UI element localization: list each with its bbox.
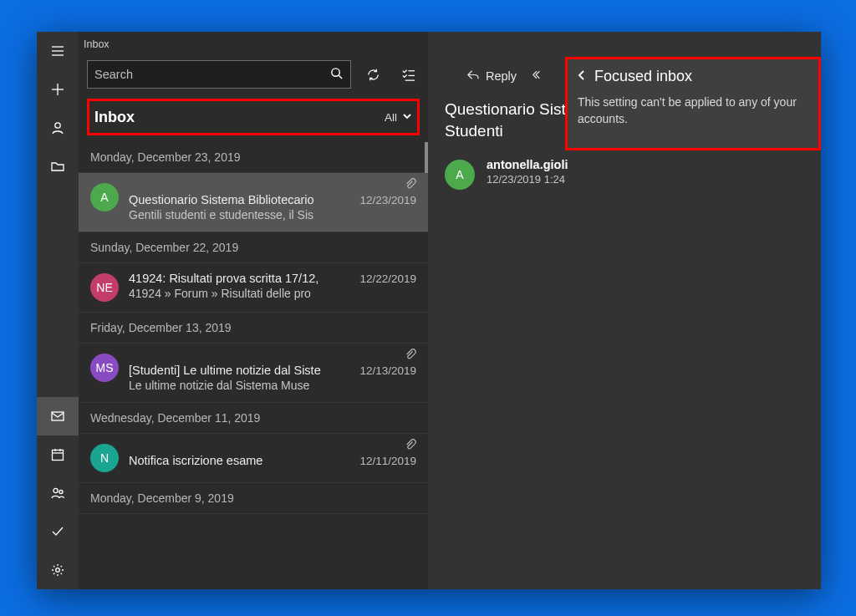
focused-inbox-message: This setting can't be applied to any of … (576, 94, 807, 128)
svg-point-16 (59, 491, 63, 494)
avatar: MS (90, 354, 119, 382)
message-date: 12/11/2019 (353, 455, 416, 467)
accounts-button[interactable] (37, 109, 79, 147)
svg-point-9 (55, 123, 60, 128)
avatar: NE (90, 273, 119, 302)
sync-button[interactable] (359, 61, 386, 88)
sender-avatar: A (445, 160, 475, 190)
settings-button[interactable] (37, 551, 79, 589)
avatar: N (90, 444, 119, 472)
reply-label: Reply (486, 69, 517, 83)
reply-icon (466, 69, 481, 84)
message-subject: 41924: Risultati prova scritta 17/12, (129, 272, 353, 285)
focused-inbox-header: Focused inbox (576, 68, 807, 85)
svg-point-15 (54, 488, 58, 492)
search-row: Search (79, 57, 428, 95)
avatar: A (90, 183, 119, 211)
back-button[interactable] (576, 68, 588, 85)
message-subject: Questionario Sistema Bibliotecario (129, 193, 353, 206)
svg-rect-10 (52, 412, 64, 420)
sidebar (37, 32, 79, 589)
inbox-header-label: Inbox (94, 109, 385, 126)
date-header: Wednesday, December 11, 2019 (79, 403, 428, 434)
folders-button[interactable] (37, 147, 79, 186)
date-header: Sunday, December 22, 2019 (79, 232, 428, 263)
calendar-nav-button[interactable] (37, 435, 79, 474)
svg-rect-11 (53, 451, 64, 461)
message-preview: 41924 » Forum » Risultati delle pro (129, 287, 416, 300)
attachment-icon (405, 349, 416, 364)
todo-nav-button[interactable] (37, 512, 79, 551)
search-icon (329, 66, 344, 83)
message-date: 12/22/2019 (353, 272, 416, 285)
svg-point-17 (56, 568, 60, 573)
message-item[interactable]: MS[Studenti] Le ultime notizie dal Siste… (79, 344, 428, 403)
message-item[interactable]: AQuestionario Sistema Bibliotecario12/23… (79, 173, 428, 232)
mail-window: Inbox (37, 32, 821, 589)
date-header: Monday, December 9, 2019 (79, 483, 428, 514)
message-subject: [Studenti] Le ultime notizie dal Siste (129, 364, 353, 377)
message-subject: Notifica iscrizione esame (129, 454, 353, 467)
mail-nav-button[interactable] (37, 397, 79, 435)
message-preview: Le ultime notizie dal Sistema Muse (129, 379, 416, 392)
hamburger-menu-button[interactable] (37, 32, 79, 70)
new-mail-button[interactable] (37, 70, 79, 109)
message-date: 12/23/2019 (353, 194, 416, 206)
attachment-icon (405, 178, 416, 193)
focused-inbox-panel: Focused inbox This setting can't be appl… (565, 57, 821, 150)
reply-button[interactable]: Reply (466, 69, 517, 84)
sender-time: 12/23/2019 1:24 (487, 173, 568, 186)
attachment-icon (405, 439, 416, 454)
reply-all-button[interactable] (532, 69, 546, 84)
message-preview: Gentili studenti e studentesse, il Sis (129, 208, 416, 221)
message-item[interactable]: NNotifica iscrizione esame12/11/2019 (79, 434, 428, 483)
message-list[interactable]: Monday, December 23, 2019AQuestionario S… (79, 142, 428, 589)
search-input[interactable]: Search (87, 60, 351, 89)
svg-point-18 (332, 69, 339, 76)
svg-line-19 (339, 75, 342, 79)
reading-pane: Reply Questionario Sistema Bibliotecario… (428, 32, 821, 589)
inbox-filter-label: All (385, 111, 397, 124)
message-item[interactable]: NE41924: Risultati prova scritta 17/12,1… (79, 263, 428, 313)
sender-name: antonella.gioli (487, 158, 568, 171)
chevron-down-icon (402, 111, 412, 124)
message-list-column: Search Inbox All Monday, December 23, 20… (79, 32, 428, 589)
people-nav-button[interactable] (37, 474, 79, 512)
search-placeholder: Search (94, 68, 329, 81)
inbox-header: Inbox All (87, 99, 420, 135)
select-mode-button[interactable] (395, 61, 421, 88)
focused-inbox-title: Focused inbox (594, 68, 692, 85)
date-header: Friday, December 13, 2019 (79, 313, 428, 344)
reply-all-icon (532, 69, 546, 84)
message-date: 12/13/2019 (353, 364, 416, 377)
inbox-filter-button[interactable]: All (385, 111, 412, 124)
sender-row: A antonella.gioli 12/23/2019 1:24 (428, 153, 821, 195)
date-header: Monday, December 23, 2019 (79, 142, 428, 173)
